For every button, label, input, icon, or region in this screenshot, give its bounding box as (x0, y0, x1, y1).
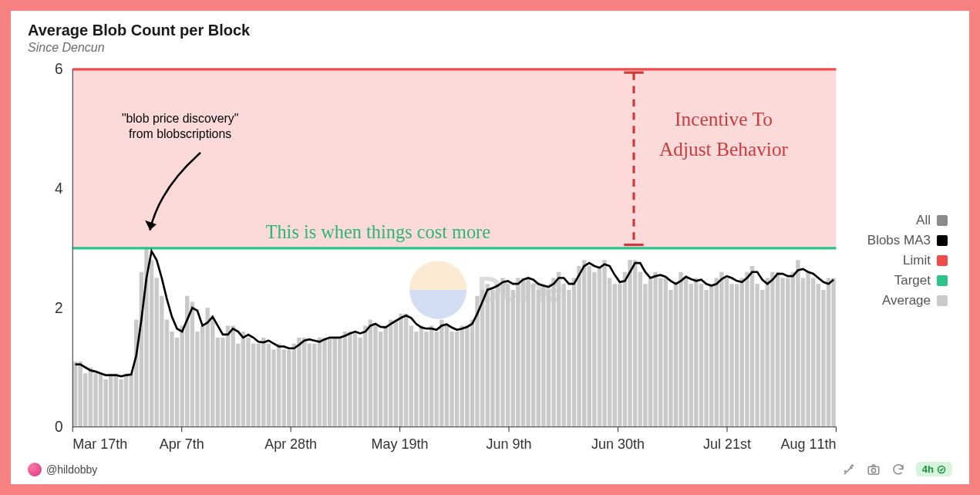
svg-text:Apr 7th: Apr 7th (160, 436, 204, 452)
svg-rect-44 (261, 338, 265, 427)
legend-label-all: All (916, 213, 931, 228)
svg-rect-123 (664, 278, 668, 426)
svg-rect-118 (638, 272, 642, 427)
legend-item-average[interactable]: Average (882, 293, 948, 308)
svg-rect-30 (190, 301, 194, 426)
svg-rect-39 (236, 344, 240, 427)
svg-rect-63 (359, 338, 362, 427)
svg-rect-95 (521, 278, 525, 426)
svg-rect-154 (821, 290, 825, 427)
legend-item-all[interactable]: All (916, 213, 948, 228)
svg-rect-102 (557, 272, 561, 427)
svg-rect-92 (506, 284, 510, 427)
svg-text:May 19th: May 19th (372, 436, 429, 452)
svg-rect-76 (424, 332, 428, 427)
svg-rect-61 (348, 332, 352, 427)
svg-rect-130 (699, 284, 703, 427)
svg-rect-112 (608, 278, 611, 426)
svg-rect-84 (465, 325, 469, 426)
svg-rect-73 (409, 325, 413, 426)
refresh-badge[interactable]: 4h (916, 462, 952, 476)
svg-rect-124 (668, 290, 672, 427)
svg-rect-13 (103, 379, 107, 427)
svg-rect-114 (618, 284, 621, 427)
svg-rect-134 (719, 272, 723, 427)
svg-rect-119 (643, 284, 647, 427)
svg-rect-146 (780, 278, 784, 426)
svg-point-186 (871, 468, 875, 472)
svg-text:0: 0 (55, 419, 63, 435)
svg-rect-15 (114, 373, 118, 427)
svg-rect-71 (399, 314, 402, 427)
svg-rect-83 (460, 325, 464, 426)
svg-rect-151 (806, 272, 810, 427)
legend-item-limit[interactable]: Limit (903, 253, 948, 268)
svg-rect-19 (134, 320, 138, 427)
camera-icon[interactable] (867, 463, 881, 476)
svg-rect-53 (307, 344, 311, 427)
svg-rect-70 (394, 320, 398, 427)
svg-rect-77 (429, 325, 433, 426)
svg-rect-45 (267, 344, 271, 427)
svg-rect-56 (322, 338, 326, 427)
legend-label-limit: Limit (903, 253, 931, 268)
svg-rect-82 (455, 332, 459, 427)
svg-rect-107 (582, 260, 586, 427)
svg-rect-126 (679, 272, 682, 427)
svg-rect-94 (516, 278, 520, 426)
svg-rect-8 (78, 362, 82, 427)
svg-rect-11 (93, 373, 97, 427)
legend-item-blobs-ma3[interactable]: Blobs MA3 (867, 233, 948, 248)
legend-item-target[interactable]: Target (894, 273, 948, 288)
svg-text:Adjust Behavior: Adjust Behavior (659, 138, 789, 160)
svg-text:Jun 9th: Jun 9th (487, 436, 532, 452)
svg-rect-20 (140, 272, 143, 427)
svg-text:Mar 17th: Mar 17th (72, 436, 127, 452)
legend-swatch-target (937, 275, 948, 286)
svg-rect-55 (318, 338, 322, 427)
svg-rect-140 (750, 266, 754, 427)
svg-rect-88 (486, 284, 490, 427)
svg-rect-34 (210, 320, 214, 427)
svg-rect-23 (154, 278, 158, 426)
svg-text:2: 2 (55, 299, 63, 315)
svg-rect-105 (572, 278, 576, 426)
author-link[interactable]: @hildobby (28, 463, 97, 476)
wand-icon[interactable] (842, 463, 856, 476)
svg-rect-142 (760, 290, 764, 427)
svg-rect-78 (435, 332, 439, 427)
svg-rect-31 (195, 332, 199, 427)
svg-rect-57 (328, 338, 332, 427)
svg-rect-101 (551, 278, 555, 426)
author-handle: @hildobby (46, 463, 97, 476)
svg-text:4: 4 (55, 180, 63, 197)
svg-rect-41 (246, 338, 250, 427)
svg-rect-185 (868, 466, 879, 474)
svg-rect-132 (709, 284, 713, 427)
svg-text:Jul 21st: Jul 21st (703, 436, 751, 452)
svg-text:Jun 30th: Jun 30th (591, 436, 645, 452)
refresh-icon[interactable] (891, 463, 905, 476)
svg-rect-9 (83, 373, 87, 427)
card-footer: @hildobby 4h (28, 460, 952, 476)
legend-label-blobs-ma3: Blobs MA3 (867, 233, 931, 248)
svg-rect-116 (628, 260, 631, 427)
svg-text:This is when things cost more: This is when things cost more (266, 221, 491, 242)
chart-plot-area: Dune0246Mar 17thApr 7thApr 28thMay 19thJ… (28, 61, 844, 460)
svg-rect-99 (541, 284, 545, 427)
svg-text:Incentive To: Incentive To (675, 108, 773, 130)
svg-rect-68 (384, 325, 388, 426)
svg-rect-48 (281, 349, 285, 427)
author-avatar (28, 463, 42, 476)
svg-text:Aug 11th: Aug 11th (780, 436, 836, 452)
svg-rect-122 (658, 278, 662, 426)
svg-rect-85 (470, 320, 474, 427)
refresh-badge-label: 4h (922, 463, 934, 475)
svg-rect-51 (297, 338, 301, 427)
svg-rect-109 (592, 272, 596, 427)
svg-rect-98 (537, 290, 541, 427)
svg-rect-64 (363, 325, 367, 426)
svg-rect-60 (343, 332, 347, 427)
svg-rect-121 (653, 272, 657, 427)
svg-rect-87 (480, 290, 484, 427)
